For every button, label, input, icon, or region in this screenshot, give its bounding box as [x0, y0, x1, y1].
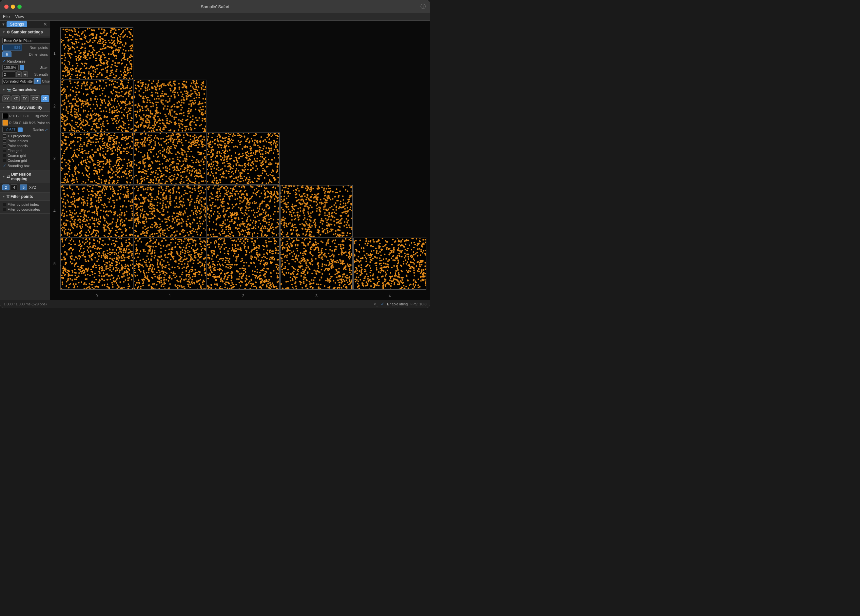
point-indices-checkbox[interactable] — [3, 139, 6, 143]
scatter-cell — [207, 27, 280, 80]
camera-zy-button[interactable]: ZY — [20, 96, 29, 102]
scatter-canvas-1-1[interactable] — [134, 80, 207, 132]
scatter-canvas-1-0[interactable] — [60, 80, 133, 132]
row-label-2: 2 — [53, 104, 56, 108]
camera-2d-button[interactable]: 2D — [41, 96, 49, 102]
offset-type-input[interactable] — [2, 78, 33, 84]
scatter-cell — [133, 238, 207, 290]
sampler-settings-header[interactable]: ▼ ⚙ Sampler settings — [0, 28, 50, 36]
scatter-canvas-2-1[interactable] — [134, 133, 207, 185]
tab-close-button[interactable]: ✕ — [42, 22, 49, 27]
fps-display: FPS: 10.3 — [410, 302, 426, 306]
coarse-grid-checkbox[interactable] — [3, 154, 6, 157]
scatter-canvas-3-3[interactable] — [280, 185, 353, 237]
custom-grid-checkbox[interactable] — [3, 159, 6, 162]
col-label-3: 3 — [315, 293, 318, 298]
dimensions-row: 6 Dimensions — [2, 52, 48, 57]
scatter-canvas-4-2[interactable] — [207, 238, 279, 290]
expand-icon[interactable]: ⤢ — [45, 128, 48, 132]
camera-xy-button[interactable]: XY — [2, 96, 11, 102]
scatter-cell — [207, 185, 280, 237]
scatter-cell — [280, 185, 353, 237]
radius-slider[interactable] — [18, 127, 23, 132]
camera-xyz-button[interactable]: XYZ — [30, 96, 40, 102]
maximize-button[interactable] — [17, 5, 22, 9]
scatter-cell — [133, 132, 207, 185]
info-icon[interactable]: ⓘ — [421, 3, 426, 10]
xyz-label: XYZ — [29, 185, 36, 190]
scatter-cell — [353, 132, 426, 185]
jitter-slider[interactable] — [20, 65, 24, 70]
pt-r-label: R:230 — [9, 121, 18, 125]
scatter-cell — [60, 185, 133, 237]
menubar: File View — [0, 13, 430, 20]
scatter-cell — [207, 132, 280, 185]
point-coords-checkbox[interactable] — [3, 144, 6, 147]
bounding-box-checkbox-checked[interactable]: ✓ — [3, 163, 6, 168]
scatter-cell — [353, 185, 426, 237]
menu-file[interactable]: File — [3, 14, 10, 19]
filter-point-index-checkbox[interactable] — [3, 203, 6, 206]
scatter-cell — [207, 238, 280, 290]
close-button[interactable] — [4, 5, 8, 9]
radius-input[interactable] — [2, 127, 17, 133]
scatter-canvas-4-1[interactable] — [134, 238, 207, 290]
row-labels: 1 2 3 4 5 — [53, 27, 56, 290]
fine-grid-checkbox[interactable] — [3, 149, 6, 152]
display-visibility-label: Display/visibility — [11, 105, 42, 110]
scatter-canvas-4-4[interactable] — [353, 238, 426, 290]
filter-points-label: Filter points — [11, 194, 33, 199]
fine-grid-label: Fine grid — [8, 149, 22, 153]
jitter-input[interactable] — [2, 64, 19, 71]
offset-type-dropdown[interactable]: ▼ — [35, 78, 41, 84]
scatter-canvas-0-0[interactable] — [60, 28, 133, 79]
dim-map-arrow-icon: ▼ — [2, 175, 5, 178]
display-item-1d: 1D projections — [2, 134, 48, 138]
scatter-canvas-2-0[interactable] — [60, 133, 133, 185]
dim3-input[interactable] — [20, 185, 27, 190]
filter-points-header[interactable]: ▼ ▽ Filter points — [0, 193, 50, 201]
scatter-canvas-4-0[interactable] — [60, 238, 133, 290]
strength-input[interactable] — [2, 71, 16, 77]
terminal-icon[interactable]: >_ — [374, 302, 378, 306]
menu-view[interactable]: View — [15, 14, 24, 19]
num-points-input[interactable] — [2, 45, 22, 50]
window-title: Samplin' Safari — [201, 4, 229, 9]
display-visibility-header[interactable]: ▼ 👁 Display/visibility — [0, 103, 50, 112]
dim1-input[interactable] — [2, 185, 9, 190]
randomize-checkbox[interactable]: ✓ — [2, 59, 6, 64]
scatter-canvas-3-1[interactable] — [134, 185, 207, 237]
scatter-canvas-3-2[interactable] — [207, 185, 279, 237]
camera-view-header[interactable]: ▼ 📷 Camera/view — [0, 86, 50, 94]
jitter-label: Jitter — [40, 66, 48, 69]
scatter-cell — [280, 132, 353, 185]
filter-coordinates-label: Filter by coordinates — [8, 207, 40, 212]
display-item-point-indices: Point indices — [2, 139, 48, 143]
filter-coordinates-checkbox[interactable] — [3, 208, 6, 211]
strength-increment[interactable]: + — [23, 71, 28, 77]
strength-decrement[interactable]: − — [16, 71, 22, 77]
scatter-cell — [280, 80, 353, 132]
filter-points-content: Filter by point index Filter by coordina… — [0, 201, 50, 214]
tab-bar: ▼ Settings ✕ — [0, 20, 50, 28]
scatter-cell — [207, 80, 280, 132]
dimensions-label: Dimensions — [29, 52, 48, 56]
display-item-bounding-box: ✓ Bounding box — [2, 163, 48, 168]
display-arrow-icon: ▼ — [2, 106, 5, 109]
scatter-canvas-2-2[interactable] — [207, 133, 279, 185]
camera-buttons: XY XZ ZY XYZ 2D — [2, 96, 48, 102]
1d-projections-checkbox[interactable] — [3, 134, 6, 138]
minimize-button[interactable] — [11, 5, 15, 9]
sampler-name-input[interactable] — [2, 38, 50, 44]
dim2-input[interactable] — [11, 185, 17, 190]
scatter-canvas-4-3[interactable] — [280, 238, 353, 290]
dimension-mapping-header[interactable]: ▼ ⇄ Dimension mapping — [0, 170, 50, 183]
enable-idling-label[interactable]: Enable idling — [387, 302, 408, 306]
settings-tab[interactable]: Settings — [6, 21, 27, 27]
camera-xz-button[interactable]: XZ — [11, 96, 20, 102]
scatter-canvas-3-0[interactable] — [60, 185, 133, 237]
col-label-1: 1 — [169, 293, 171, 298]
bg-color-swatch[interactable] — [2, 113, 8, 119]
point-color-swatch[interactable] — [2, 120, 8, 126]
row-label-1: 1 — [53, 51, 56, 56]
